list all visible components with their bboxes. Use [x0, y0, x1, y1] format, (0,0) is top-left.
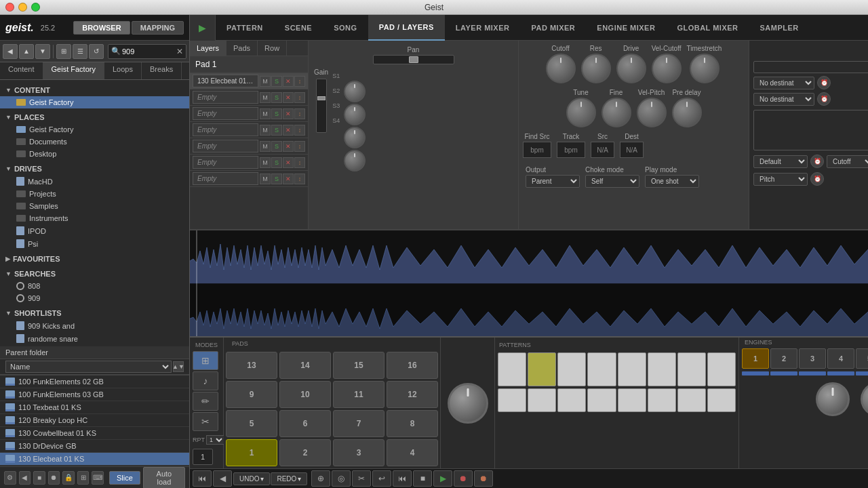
layer-name-5[interactable]: Empty: [193, 140, 258, 152]
pattern-key-10[interactable]: [528, 388, 556, 412]
content-header[interactable]: ▼ CONTENT: [0, 84, 189, 96]
transport-stop[interactable]: ■: [413, 470, 432, 487]
pad-5[interactable]: 5: [226, 410, 277, 437]
pan-slider[interactable]: [373, 55, 454, 64]
slice-button[interactable]: Slice: [109, 471, 140, 485]
pad-15[interactable]: 15: [333, 352, 384, 379]
drive-psi[interactable]: Psi: [0, 237, 189, 250]
fine-knob[interactable]: [601, 98, 631, 127]
mapping-tab[interactable]: MAPPING: [132, 21, 184, 35]
layer-s-button[interactable]: S: [271, 141, 282, 152]
searches-header[interactable]: ▼ SEARCHES: [0, 268, 189, 280]
transport-rw[interactable]: ◀: [213, 470, 232, 487]
nav-pattern[interactable]: PATTERN: [216, 15, 274, 41]
search-909[interactable]: 909: [0, 292, 189, 304]
browser-tab-breaks[interactable]: Breaks: [142, 62, 182, 79]
nav-down-button[interactable]: ▼: [35, 44, 50, 59]
layer-m-button[interactable]: M: [260, 157, 271, 168]
pattern-key-16[interactable]: [707, 388, 736, 412]
pattern-key-2[interactable]: [528, 352, 556, 386]
dest-icon-1[interactable]: ⏰: [817, 76, 831, 89]
transport-icon-3[interactable]: ✂: [352, 470, 371, 487]
mode-piano-button[interactable]: ♪: [193, 371, 218, 390]
pad-10[interactable]: 10: [279, 381, 331, 408]
dest-select-1[interactable]: No destinat: [753, 77, 814, 89]
pad-16[interactable]: 16: [387, 352, 438, 379]
file-item[interactable]: 100 FunkElements 03 GB: [0, 388, 189, 401]
engine-1[interactable]: 1: [742, 348, 769, 369]
pattern-key-12[interactable]: [587, 388, 616, 412]
transport-record-2[interactable]: ⏺: [474, 470, 493, 487]
gain-slider[interactable]: [316, 79, 327, 133]
s2-knob[interactable]: [344, 104, 366, 125]
dest-select-2[interactable]: No destinat: [753, 93, 814, 106]
nav-pad-mixer[interactable]: PAD MIXER: [520, 15, 586, 41]
layer-name-4[interactable]: Empty: [193, 123, 258, 136]
transport-icon-5[interactable]: ⏮: [393, 470, 412, 487]
transport-prev[interactable]: ⏮: [193, 470, 212, 487]
cutoff-dest-select[interactable]: Default: [753, 155, 808, 168]
dest-icon-2[interactable]: ⏰: [817, 92, 831, 106]
pad-1[interactable]: 1: [226, 439, 277, 466]
vel-cutoff-knob[interactable]: [652, 54, 682, 83]
stop-button[interactable]: ■: [33, 471, 45, 485]
pad-9[interactable]: 9: [226, 381, 277, 408]
layer-g-button[interactable]: ↕: [294, 125, 305, 136]
layer-m-button[interactable]: M: [260, 174, 271, 184]
browser-tab-loops[interactable]: Loops: [104, 62, 142, 79]
undo-button[interactable]: UNDO ▾: [233, 472, 270, 485]
layer-m-button[interactable]: M: [260, 76, 271, 87]
choke-select[interactable]: Self: [585, 175, 639, 188]
keypad-button[interactable]: ⌨: [92, 471, 104, 485]
nav-global-mixer[interactable]: GLOBAL MIXER: [666, 15, 749, 41]
layer-x-button[interactable]: ✕: [283, 76, 294, 87]
pattern-key-14[interactable]: [648, 388, 676, 412]
timestretch-knob[interactable]: [690, 54, 719, 83]
pattern-key-3[interactable]: [557, 352, 586, 386]
layer-name-7[interactable]: Empty: [193, 172, 258, 185]
pad-11[interactable]: 11: [333, 381, 384, 408]
nav-layer-mixer[interactable]: LAYER MIXER: [445, 15, 521, 41]
pad-2[interactable]: 2: [279, 439, 331, 466]
layer-g-button[interactable]: ↕: [294, 108, 305, 119]
browser-tab-geist-factory[interactable]: Geist Factory: [43, 62, 104, 79]
cutoff-knob[interactable]: [546, 54, 576, 83]
tune-knob[interactable]: [566, 98, 596, 127]
nav-up-button[interactable]: ▲: [19, 44, 34, 59]
layer-x-button[interactable]: ✕: [283, 108, 294, 119]
dest-clock-icon-2[interactable]: ⏰: [810, 172, 824, 186]
pad-6[interactable]: 6: [279, 410, 331, 437]
places-header[interactable]: ▼ PLACES: [0, 111, 189, 123]
layer-g-button[interactable]: ↕: [294, 92, 305, 103]
transport-record[interactable]: ⏺: [454, 470, 473, 487]
mode-slice-button[interactable]: ✂: [193, 412, 218, 431]
layer-g-button[interactable]: ↕: [294, 141, 305, 152]
find-src-field[interactable]: bpm: [523, 142, 551, 158]
pattern-key-13[interactable]: [618, 388, 646, 412]
drive-projects[interactable]: Projects: [0, 188, 189, 200]
content-geist-factory[interactable]: Geist Factory: [0, 96, 189, 108]
browser-tab-content[interactable]: Content: [0, 62, 43, 79]
navigate-back-button[interactable]: ◀: [19, 471, 31, 485]
gain-thumb[interactable]: [317, 96, 326, 100]
rpm-select[interactable]: 1 ▾: [206, 435, 225, 445]
search-input[interactable]: [122, 47, 176, 56]
layer-s-button[interactable]: S: [271, 76, 282, 87]
layer-s-button[interactable]: S: [271, 125, 282, 136]
places-geist-factory[interactable]: Geist Factory: [0, 123, 189, 136]
layer-x-button[interactable]: ✕: [283, 125, 294, 136]
pattern-key-7[interactable]: [677, 352, 706, 386]
layer-m-button[interactable]: M: [260, 92, 271, 103]
vel-pitch-knob[interactable]: [637, 98, 667, 127]
shortlist-randome-snare[interactable]: randome snare: [0, 332, 189, 345]
engine-4[interactable]: 4: [827, 348, 854, 369]
pattern-key-1[interactable]: [498, 352, 526, 386]
play-button[interactable]: ▶: [190, 15, 216, 41]
play-select[interactable]: One shot: [645, 175, 699, 188]
browser-tab[interactable]: BROWSER: [73, 21, 130, 35]
drives-header[interactable]: ▼ DRIVES: [0, 163, 189, 175]
grid-view-button[interactable]: ⊞: [56, 44, 71, 59]
shortlist-909-kicks[interactable]: 909 Kicks and: [0, 319, 189, 332]
auto-load-button[interactable]: Auto load: [143, 467, 185, 489]
pad-13[interactable]: 13: [226, 352, 277, 379]
